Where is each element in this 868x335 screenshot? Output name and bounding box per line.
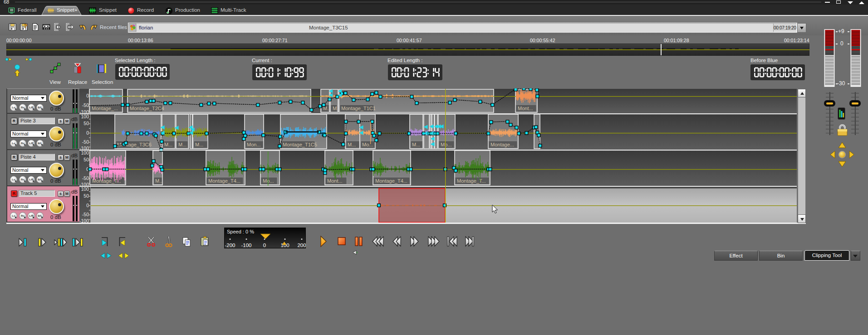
svg-text:M...: M... [164, 142, 172, 147]
svg-text:0: 0 [86, 130, 89, 136]
svg-text:Montage_T1C5: Montage_T1C5 [283, 142, 317, 147]
svg-text:Mo...: Mo... [362, 142, 373, 147]
svg-text:50: 50 [83, 121, 89, 126]
svg-text:-50: -50 [82, 139, 89, 145]
svg-text:100: 100 [81, 186, 89, 192]
svg-text:50: 50 [83, 157, 89, 162]
svg-text:200: 200 [297, 243, 306, 248]
svg-text:M...: M... [348, 142, 356, 147]
svg-text:Montage...: Montage... [490, 142, 514, 147]
svg-text:50: 50 [83, 193, 89, 199]
svg-text:-50: -50 [82, 102, 89, 108]
svg-text:0: 0 [263, 243, 266, 248]
svg-text:Montage_T4...: Montage_T4... [208, 178, 240, 184]
svg-text:100: 100 [81, 114, 89, 119]
svg-text:Mon...: Mon... [247, 142, 261, 147]
svg-text:-200: -200 [225, 243, 235, 248]
svg-text:0: 0 [86, 203, 89, 208]
svg-text:Mo...: Mo... [441, 142, 451, 147]
svg-text:100: 100 [81, 150, 89, 155]
svg-text:M...: M... [178, 142, 186, 147]
svg-text:Montage_T...: Montage_T... [457, 178, 486, 184]
svg-text:?: ? [24, 23, 28, 29]
svg-text:Montage_T4...: Montage_T4... [375, 178, 407, 184]
svg-text:Montage_...: Montage_... [92, 106, 118, 111]
svg-text:Montage_T1C1: Montage_T1C1 [341, 106, 376, 111]
svg-text:Montage_T2C4: Montage_T2C4 [130, 106, 164, 111]
svg-text:M...: M... [412, 142, 420, 147]
svg-text:-50: -50 [82, 212, 89, 217]
svg-text:Mont...: Mont... [518, 106, 533, 111]
svg-text:0: 0 [86, 93, 89, 98]
svg-text:Mont...: Mont... [327, 178, 343, 184]
svg-text:-50: -50 [82, 175, 89, 181]
svg-text:M...: M... [195, 142, 203, 147]
svg-text:M..: M.. [155, 178, 162, 184]
svg-text:M.: M. [333, 106, 338, 111]
svg-text:-100: -100 [241, 243, 251, 248]
